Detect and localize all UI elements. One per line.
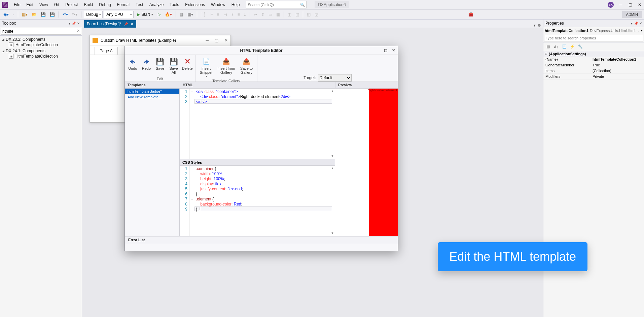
form-maximize-icon[interactable]: ▢ (215, 38, 218, 43)
align-bottom-icon[interactable]: ⫰ (243, 11, 247, 18)
align-right-icon[interactable]: ⫤ (222, 11, 229, 18)
new-project-button[interactable]: ▦▾ (21, 11, 29, 18)
tab-form1-design[interactable]: Form1.cs [Design]* 📌 ✕ (84, 20, 136, 28)
close-icon[interactable]: ✕ (637, 2, 642, 7)
toolbox-group-dx232[interactable]: ◢DX.23.2: Components (2, 37, 80, 42)
undo-button[interactable]: ↶▾ (61, 11, 69, 18)
spacing-h-icon[interactable]: ⇔ (252, 11, 258, 18)
redo-button[interactable]: ↷▾ (71, 11, 79, 18)
feedback-icon[interactable]: 🧰 (467, 11, 475, 18)
css-code-editor[interactable]: 123456789 −− .container { width: 100%; h… (180, 166, 335, 236)
properties-category[interactable]: ⊟(ApplicationSettings) (543, 51, 644, 57)
form-tab-page-a[interactable]: Page A (95, 47, 118, 55)
menu-analyze[interactable]: Analyze (147, 1, 166, 8)
toolbox-search-input[interactable] (1, 28, 81, 35)
menu-file[interactable]: File (11, 1, 23, 8)
target-dropdown[interactable]: Default (318, 74, 352, 82)
alphabetical-view-icon[interactable]: A↓ (553, 43, 560, 50)
error-list-header[interactable]: Error List (125, 236, 398, 244)
collapse-icon[interactable]: ⊟ (545, 52, 547, 56)
toolbox-dropdown-icon[interactable]: ▾ (69, 22, 70, 25)
menu-view[interactable]: View (37, 1, 50, 8)
scroll-down-icon[interactable]: ▼ (330, 231, 334, 235)
start-debug-button[interactable]: ▶Start▾ (135, 11, 155, 18)
tab-overflow-icon[interactable]: ▾ (534, 23, 536, 28)
save-to-gallery-button[interactable]: 📤Save to Gallery (238, 56, 255, 78)
save-button[interactable]: 💾Save (154, 56, 166, 76)
toolbox-pin-icon[interactable]: 📌 (72, 22, 76, 25)
nav-back-button[interactable]: ◉▾ (2, 11, 10, 18)
solution-platform-dropdown[interactable]: Any CPU (104, 11, 134, 18)
minimize-icon[interactable]: ─ (618, 2, 623, 7)
html-code-editor[interactable]: 123 − <div class="container"> <div class… (180, 89, 335, 159)
align-center-icon[interactable]: ≡ (216, 11, 221, 18)
events-view-icon[interactable]: ⚡ (569, 43, 576, 50)
toolbox-group-dx241[interactable]: ◢DX.24.1: Components (2, 49, 80, 53)
property-row-items[interactable]: Items(Collection) (543, 68, 644, 74)
send-back-icon[interactable]: ◲ (313, 11, 320, 18)
properties-wrench-icon[interactable]: 🔧 (577, 43, 584, 50)
global-search-input[interactable] (248, 3, 298, 7)
size-same-icon[interactable]: ▭ (267, 11, 274, 18)
toolbox-item-htmltemplatecollection-241[interactable]: ◉HtmlTemplateCollection (2, 53, 80, 59)
scroll-down-icon[interactable]: ▼ (330, 154, 334, 158)
layout-btn-2[interactable]: ▦▾ (186, 11, 194, 18)
size-grid-icon[interactable]: ▦ (275, 11, 281, 18)
properties-dropdown-icon[interactable]: ▾ (631, 22, 633, 25)
insert-snippet-button[interactable]: 📄Insert Snippet▾ (198, 56, 215, 78)
global-search-box[interactable]: 🔍 (246, 1, 307, 8)
properties-search-input[interactable] (544, 35, 643, 41)
solution-config-dropdown[interactable]: Debug (84, 11, 103, 18)
center-v-icon[interactable]: ◫ (294, 11, 300, 18)
insert-from-gallery-button[interactable]: 📥Insert from Gallery (217, 56, 236, 78)
align-grid-icon[interactable]: ┊┊ (200, 11, 207, 18)
menu-git[interactable]: Git (52, 1, 62, 8)
menu-format[interactable]: Format (115, 1, 132, 8)
align-middle-icon[interactable]: ≡ (236, 11, 241, 18)
scroll-up-icon[interactable]: ▲ (330, 89, 334, 93)
menu-extensions[interactable]: Extensions (183, 1, 207, 8)
toolbox-close-icon[interactable]: ✕ (77, 22, 80, 25)
editor-close-icon[interactable]: ✕ (392, 48, 395, 53)
menu-build[interactable]: Build (82, 1, 96, 8)
menu-help[interactable]: Help (229, 1, 242, 8)
align-left-icon[interactable]: ⊫ (208, 11, 214, 18)
bring-front-icon[interactable]: ◱ (306, 11, 312, 18)
save-all-button[interactable]: 💾Save All (168, 56, 180, 76)
form-minimize-icon[interactable]: ─ (206, 38, 209, 43)
tab-settings-icon[interactable]: ⚙ (538, 23, 541, 28)
maximize-icon[interactable]: ▢ (628, 2, 633, 7)
editor-maximize-icon[interactable]: ▢ (384, 48, 387, 53)
toolbox-item-htmltemplatecollection-232[interactable]: ◉HtmlTemplateCollection (2, 42, 80, 48)
tab-close-icon[interactable]: ✕ (131, 22, 134, 26)
property-row-generatemember[interactable]: GenerateMemberTrue (543, 62, 644, 68)
menu-test[interactable]: Test (134, 1, 146, 8)
menu-edit[interactable]: Edit (24, 1, 36, 8)
scroll-up-icon[interactable]: ▲ (330, 166, 334, 170)
layout-btn-1[interactable]: ▦ (178, 11, 185, 18)
property-row-modifiers[interactable]: ModifiersPrivate (543, 74, 644, 80)
property-row-name[interactable]: (Name)htmlTemplateCollection1 (543, 57, 644, 62)
menu-debug[interactable]: Debug (97, 1, 113, 8)
template-item-badge[interactable]: htmlTemplateBadge* (125, 89, 179, 94)
categorized-view-icon[interactable]: ▤ (545, 43, 551, 50)
start-without-debug-button[interactable]: ▷ (156, 11, 162, 18)
undo-button[interactable]: Undo (127, 56, 139, 76)
align-top-icon[interactable]: ⫯ (230, 11, 235, 18)
designer-surface[interactable]: Custom Draw HTML Templates (Example) ─ ▢… (82, 28, 543, 317)
form-close-icon[interactable]: ✕ (224, 38, 228, 43)
spacing-v-icon[interactable]: ⇕ (260, 11, 266, 18)
save-all-button[interactable]: 💾 (48, 11, 56, 18)
hot-reload-button[interactable]: 🔥▾ (164, 11, 173, 18)
admin-indicator-button[interactable]: ADMIN (622, 11, 642, 18)
properties-close-icon[interactable]: ✕ (639, 22, 642, 25)
save-button[interactable]: 💾 (39, 11, 47, 18)
properties-object-dropdown-icon[interactable]: ▾ (641, 29, 643, 32)
add-new-template-link[interactable]: Add New Template... (125, 94, 179, 100)
properties-page-icon[interactable]: 📃 (561, 43, 568, 50)
nav-forward-button[interactable]: ◦ (11, 11, 15, 18)
user-avatar[interactable]: BK (608, 2, 614, 8)
toolbox-search-clear-icon[interactable]: ✕ (77, 29, 80, 33)
delete-button[interactable]: ✕Delete (181, 56, 193, 76)
menu-window[interactable]: Window (209, 1, 228, 8)
